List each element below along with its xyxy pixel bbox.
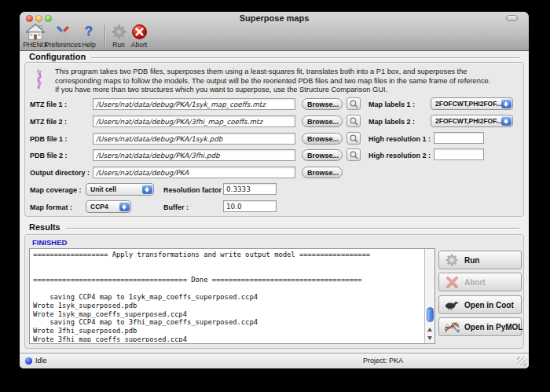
section-divider-line <box>66 228 519 229</box>
map-labels-1-label: Map labels 1 : <box>368 101 415 108</box>
mtz-file-2-inspect-button[interactable] <box>346 115 361 127</box>
results-panel: FINISHED ================== Apply transf… <box>24 234 524 349</box>
status-bar: Idle Project: PKA <box>20 353 529 368</box>
scrollbar-thumb[interactable] <box>427 307 434 322</box>
magnifier-icon <box>349 150 359 160</box>
output-directory-browse-button[interactable]: Browse... <box>302 167 343 178</box>
run-button-label: Run <box>464 256 479 265</box>
pdb-file-2-label: PDB file 2 : <box>30 152 68 159</box>
run-button[interactable]: Run <box>438 251 522 269</box>
configuration-panel: This program takes two PDB files, superp… <box>24 62 524 217</box>
status-badge: FINISHED <box>32 238 67 247</box>
pdb-file-2-inspect-button[interactable] <box>346 148 361 161</box>
program-description: This program takes two PDB files, superp… <box>55 68 515 95</box>
dropdown-stepper-icon <box>501 99 512 108</box>
map-coverage-value: Unit cell <box>90 185 116 193</box>
abort-x-icon <box>444 274 460 290</box>
resolution-factor-label: Resolution factor : <box>163 186 226 194</box>
status-project-text: Project: PKA <box>363 357 403 365</box>
mtz-file-1-browse-button[interactable]: Browse... <box>302 98 343 110</box>
map-labels-2-label: Map labels 2 : <box>368 118 415 126</box>
pdb-file-1-inspect-button[interactable] <box>346 132 361 145</box>
magnifier-icon <box>349 134 359 144</box>
mtz-file-2-browse-button[interactable]: Browse... <box>302 115 343 127</box>
section-divider-line <box>91 57 519 58</box>
open-in-coot-label: Open in Coot <box>464 301 514 310</box>
mtz-file-2-input[interactable] <box>93 115 295 127</box>
pdb-file-2-browse-button[interactable]: Browse... <box>302 149 343 161</box>
mtz-file-1-input[interactable] <box>93 98 295 110</box>
program-ribbon-icon <box>33 69 46 90</box>
map-labels-2-dropdown[interactable]: 2FOFCWT,PHI2FOF... <box>431 115 513 127</box>
dropdown-stepper-icon <box>501 116 512 126</box>
map-format-label: Map format : <box>30 203 72 211</box>
configuration-section-header: Configuration <box>29 52 519 61</box>
window-title: Superpose maps <box>20 13 529 23</box>
high-resolution-2-input[interactable] <box>434 148 484 160</box>
mtz-file-2-label: MTZ file 2 : <box>30 118 67 126</box>
log-console-text: ================== Apply transformations… <box>33 251 423 342</box>
dropdown-stepper-icon <box>119 202 130 211</box>
window-chrome: Superpose maps PHENIX <box>20 12 529 51</box>
configuration-section-title: Configuration <box>29 52 86 61</box>
console-scrollbar[interactable] <box>424 249 434 343</box>
buffer-label: Buffer : <box>163 203 189 211</box>
resolution-factor-input[interactable] <box>223 183 277 195</box>
magnifier-icon <box>349 116 359 126</box>
toolbar-label-abort: Abort <box>121 41 157 49</box>
high-resolution-2-label: High resolution 2 : <box>368 152 431 159</box>
pdb-file-1-browse-button[interactable]: Browse... <box>302 133 343 145</box>
map-coverage-dropdown[interactable]: Unit cell <box>86 183 154 196</box>
pdb-file-2-input[interactable] <box>93 149 295 161</box>
open-in-pymol-label: Open in PyMOL <box>464 323 522 332</box>
idle-status-dot-icon <box>25 357 32 365</box>
pymol-ribbon-icon <box>444 319 460 335</box>
map-labels-1-dropdown[interactable]: 2FOFCWT,PHI2FOF... <box>431 97 513 110</box>
window-titlebar[interactable]: Superpose maps <box>20 12 529 24</box>
status-state-text: Idle <box>35 357 47 365</box>
open-in-pymol-button[interactable]: Open in PyMOL <box>438 317 522 336</box>
mtz-file-1-label: MTZ file 1 : <box>30 101 67 108</box>
abort-button[interactable]: Abort <box>438 273 522 291</box>
coot-bird-icon <box>444 297 460 313</box>
abort-icon <box>121 24 157 41</box>
gear-icon <box>444 252 460 268</box>
high-resolution-1-label: High resolution 1 : <box>368 135 431 143</box>
toolbar-button-abort[interactable]: Abort <box>121 24 157 49</box>
output-directory-input[interactable] <box>93 167 295 178</box>
mtz-file-1-inspect-button[interactable] <box>346 97 361 110</box>
map-labels-2-value: 2FOFCWT,PHI2FOF... <box>435 117 502 125</box>
toolbar-toggle-button[interactable] <box>506 15 518 21</box>
open-in-coot-button[interactable]: Open in Coot <box>438 295 522 314</box>
app-window: Superpose maps PHENIX <box>20 12 529 368</box>
resize-grip[interactable] <box>517 357 526 366</box>
toolbar: PHENIX <box>20 24 529 50</box>
abort-button-label: Abort <box>464 278 486 287</box>
map-labels-1-value: 2FOFCWT,PHI2FOF... <box>435 100 502 108</box>
map-format-value: CCP4 <box>90 203 108 211</box>
magnifier-icon <box>349 99 359 109</box>
scroll-down-arrow-icon[interactable] <box>425 334 434 343</box>
map-format-dropdown[interactable]: CCP4 <box>86 200 131 213</box>
results-section-header: Results <box>29 222 519 232</box>
high-resolution-1-input[interactable] <box>434 132 484 144</box>
results-section-title: Results <box>29 222 60 232</box>
scroll-up-arrow-icon[interactable] <box>425 325 434 334</box>
log-console[interactable]: ================== Apply transformations… <box>29 248 435 344</box>
output-directory-label: Output directory : <box>30 169 90 177</box>
buffer-input[interactable] <box>223 200 277 212</box>
pdb-file-1-input[interactable] <box>93 133 295 145</box>
map-coverage-label: Map coverage : <box>30 186 82 194</box>
pdb-file-1-label: PDB file 1 : <box>30 135 68 143</box>
dropdown-stepper-icon <box>142 185 152 194</box>
